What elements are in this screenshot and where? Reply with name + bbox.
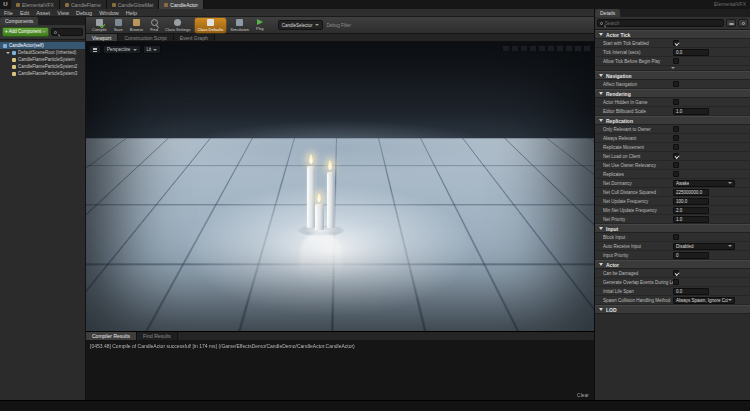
- scale-tool-icon[interactable]: [520, 45, 528, 52]
- simulate-icon: [236, 19, 243, 26]
- checkbox[interactable]: [673, 40, 679, 46]
- checkbox[interactable]: [673, 153, 679, 159]
- property-visibility-button[interactable]: [726, 19, 736, 27]
- world-local-toggle-icon[interactable]: [529, 45, 537, 52]
- section-replication[interactable]: Replication: [595, 116, 750, 125]
- compile-button[interactable]: Compile: [89, 18, 110, 33]
- dropdown[interactable]: Awake: [673, 180, 735, 187]
- section-actor-tick[interactable]: Actor Tick: [595, 30, 750, 39]
- property-label: Initial Life Span: [595, 289, 673, 294]
- class-settings-button[interactable]: Class Settings: [162, 18, 194, 33]
- tree-row-particle-3[interactable]: CandleFlameParticleSystem3: [0, 70, 85, 77]
- tab-label: Compiler Results: [92, 333, 130, 339]
- tab-viewport[interactable]: Viewport: [86, 34, 118, 41]
- value-field[interactable]: 1.0: [673, 216, 709, 223]
- rotation-snap-icon[interactable]: [556, 45, 564, 52]
- tree-row-particle-2[interactable]: CandleFlameParticleSystem2: [0, 63, 85, 70]
- scale-snap-icon[interactable]: [565, 45, 573, 52]
- center-column: Compile Save Browse Find Class Settings …: [86, 17, 594, 400]
- checkbox[interactable]: [673, 135, 679, 141]
- view-options-button[interactable]: [738, 19, 748, 27]
- add-component-button[interactable]: + Add Component: [2, 27, 49, 37]
- value-field[interactable]: 225000000.0: [673, 189, 709, 196]
- perspective-dropdown[interactable]: Perspective: [103, 45, 141, 54]
- dropdown[interactable]: Always Spawn, Ignore Collisions: [673, 297, 735, 304]
- tree-row-label: CandleFlameParticleSystem: [18, 57, 75, 62]
- maximize-icon[interactable]: [583, 45, 591, 52]
- dropdown[interactable]: Disabled: [673, 243, 735, 250]
- checkbox[interactable]: [673, 234, 679, 240]
- checkbox[interactable]: [673, 162, 679, 168]
- section-title: Rendering: [606, 91, 631, 97]
- checkbox[interactable]: [673, 270, 679, 276]
- checkbox[interactable]: [673, 81, 679, 87]
- rotate-tool-icon[interactable]: [511, 45, 519, 52]
- tab-label: Find Results: [143, 333, 171, 339]
- property-label: Tick Interval (secs): [595, 50, 673, 55]
- find-button[interactable]: Find: [147, 18, 161, 33]
- tree-row-particle-1[interactable]: CandleFlameParticleSystem: [0, 56, 85, 63]
- property-label: Min Net Update Frequency: [595, 208, 673, 213]
- section-navigation[interactable]: Navigation: [595, 71, 750, 80]
- surface-snap-icon[interactable]: [538, 45, 546, 52]
- tab-construction-script[interactable]: Construction Script: [118, 34, 173, 41]
- checkbox[interactable]: [673, 279, 679, 285]
- details-search-input[interactable]: Search: [597, 19, 724, 27]
- checkbox[interactable]: [673, 58, 679, 64]
- camera-speed-icon[interactable]: [574, 45, 582, 52]
- clear-log-button[interactable]: Clear: [577, 392, 589, 398]
- window-tab-candleactor[interactable]: CandleActor: [159, 0, 204, 9]
- menu-edit[interactable]: Edit: [20, 9, 29, 17]
- tab-details[interactable]: Details: [595, 9, 620, 17]
- property-row: Net Update Frequency 100.0: [595, 197, 750, 206]
- menu-debug[interactable]: Debug: [76, 9, 92, 17]
- tab-compiler-results[interactable]: Compiler Results: [86, 332, 137, 340]
- checkbox[interactable]: [673, 171, 679, 177]
- tree-row-self[interactable]: CandleActor(self): [0, 42, 85, 49]
- menu-file[interactable]: File: [4, 9, 13, 17]
- value-field[interactable]: 0.0: [673, 49, 709, 56]
- value-field[interactable]: 0.0: [673, 288, 709, 295]
- checkbox[interactable]: [673, 126, 679, 132]
- viewport-3d[interactable]: Perspective Lit: [86, 42, 594, 331]
- checkbox[interactable]: [673, 99, 679, 105]
- value-field[interactable]: 1.0: [673, 108, 709, 115]
- tab-event-graph[interactable]: Event Graph: [174, 34, 215, 41]
- tab-components[interactable]: Components: [0, 17, 38, 25]
- tab-find-results[interactable]: Find Results: [137, 332, 178, 340]
- compiler-results-log[interactable]: [0453.48] Compile of CandleActor success…: [86, 340, 594, 400]
- section-lod[interactable]: LOD: [595, 305, 750, 314]
- view-mode-dropdown[interactable]: Lit: [143, 45, 162, 54]
- debug-object-dropdown[interactable]: CandleSelector: [278, 20, 323, 30]
- property-row: Only Relevant to Owner: [595, 125, 750, 134]
- tab-label: Viewport: [92, 35, 111, 41]
- browse-button[interactable]: Browse: [127, 18, 146, 33]
- simulation-button[interactable]: Simulation: [227, 18, 252, 33]
- section-rendering[interactable]: Rendering: [595, 89, 750, 98]
- tree-row-scene-root[interactable]: DefaultSceneRoot (Inherited): [0, 49, 85, 56]
- dropdown-value: Disabled: [676, 244, 694, 249]
- components-search-input[interactable]: [51, 28, 83, 36]
- section-input[interactable]: Input: [595, 224, 750, 233]
- menu-window[interactable]: Window: [99, 9, 119, 17]
- value-field[interactable]: 0: [673, 252, 709, 259]
- menu-help[interactable]: Help: [126, 9, 137, 17]
- debug-filter-label: Debug Filter: [327, 23, 352, 28]
- menu-asset[interactable]: Asset: [36, 9, 50, 17]
- property-label: Net Use Owner Relevancy: [595, 163, 673, 168]
- expand-arrow-icon[interactable]: [6, 52, 10, 54]
- menu-view[interactable]: View: [57, 9, 69, 17]
- class-defaults-button[interactable]: Class Defaults: [195, 18, 227, 33]
- save-button[interactable]: Save: [111, 18, 126, 33]
- play-button[interactable]: Play: [253, 18, 267, 33]
- checkbox[interactable]: [673, 144, 679, 150]
- value-field[interactable]: 2.0: [673, 207, 709, 214]
- grid-snap-icon[interactable]: [547, 45, 555, 52]
- value-field[interactable]: 100.0: [673, 198, 709, 205]
- viewport-options-button[interactable]: [89, 45, 101, 54]
- blueprint-toolbar: Compile Save Browse Find Class Settings …: [86, 17, 594, 34]
- move-tool-icon[interactable]: [502, 45, 510, 52]
- property-row: Editor Billboard Scale 1.0: [595, 107, 750, 116]
- section-actor[interactable]: Actor: [595, 260, 750, 269]
- property-row: Net Dormancy Awake: [595, 179, 750, 188]
